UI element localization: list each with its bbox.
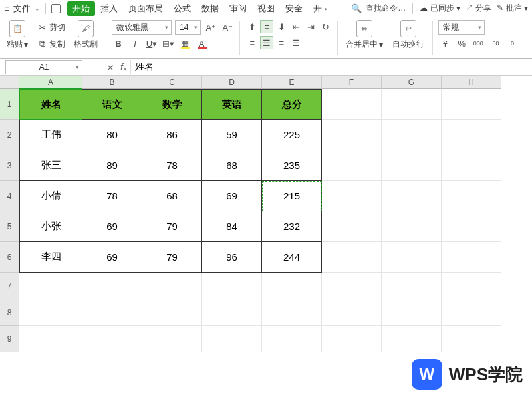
cell[interactable]: [382, 273, 442, 299]
orientation-button[interactable]: ↻: [319, 20, 332, 33]
cell[interactable]: 78: [82, 181, 142, 211]
align-bottom-button[interactable]: ⬇: [275, 20, 288, 33]
cell[interactable]: [322, 242, 382, 273]
cell[interactable]: 79: [142, 242, 202, 273]
cell[interactable]: [202, 273, 262, 299]
decrease-decimal-button[interactable]: .0: [505, 37, 518, 50]
font-name-select[interactable]: 微软雅黑: [112, 20, 172, 35]
cell[interactable]: [442, 273, 501, 299]
cell[interactable]: 69: [82, 242, 142, 273]
cell[interactable]: 232: [262, 211, 322, 242]
annotate-button[interactable]: ✎ 批注 ▾: [497, 3, 528, 14]
align-middle-button[interactable]: ≡: [260, 20, 273, 33]
cell[interactable]: 68: [142, 181, 202, 211]
file-menu[interactable]: 文件: [12, 3, 32, 15]
cell[interactable]: 李四: [19, 242, 82, 273]
cell[interactable]: [322, 89, 382, 120]
select-all-corner[interactable]: [0, 76, 19, 89]
cell[interactable]: 215: [262, 181, 322, 211]
cell[interactable]: [382, 120, 442, 150]
decrease-font-button[interactable]: A⁻: [221, 21, 234, 34]
cell[interactable]: 80: [82, 120, 142, 150]
font-size-select[interactable]: 14: [175, 20, 201, 35]
tab-页面布局[interactable]: 页面布局: [123, 1, 168, 16]
column-header-B[interactable]: B: [82, 76, 142, 89]
row-header[interactable]: 3: [0, 150, 19, 181]
cell[interactable]: [442, 326, 501, 352]
cell[interactable]: 84: [202, 211, 262, 242]
search-icon[interactable]: 🔍: [351, 3, 362, 13]
sync-status[interactable]: ☁ 已同步 ▾: [420, 3, 460, 14]
cell[interactable]: [262, 273, 322, 299]
italic-button[interactable]: I: [128, 37, 142, 50]
cell[interactable]: 小张: [19, 211, 82, 242]
row-header[interactable]: 9: [0, 326, 19, 352]
cell[interactable]: [382, 150, 442, 181]
paste-button[interactable]: 📋 粘贴▾: [4, 20, 31, 50]
column-header-A[interactable]: A: [19, 76, 82, 89]
cut-button[interactable]: ✂剪切: [35, 20, 67, 35]
cell[interactable]: [322, 120, 382, 150]
cell[interactable]: 总分: [262, 89, 322, 120]
cell[interactable]: 姓名: [19, 89, 82, 120]
cancel-icon[interactable]: ⨯: [104, 62, 117, 72]
align-right-button[interactable]: ≡: [275, 36, 288, 49]
name-box[interactable]: A1: [5, 60, 82, 74]
cell[interactable]: [442, 299, 501, 326]
cell[interactable]: [382, 181, 442, 211]
row-header[interactable]: 2: [0, 120, 19, 150]
percent-button[interactable]: %: [455, 37, 468, 50]
row-header[interactable]: 5: [0, 211, 19, 242]
cell[interactable]: [19, 299, 82, 326]
tab-开始[interactable]: 开始: [67, 1, 95, 16]
cell[interactable]: 语文: [82, 89, 142, 120]
cell[interactable]: 244: [262, 242, 322, 273]
column-header-E[interactable]: E: [262, 76, 322, 89]
cell[interactable]: [142, 299, 202, 326]
column-header-H[interactable]: H: [442, 76, 501, 89]
cell[interactable]: [442, 150, 501, 181]
cell[interactable]: [322, 150, 382, 181]
cell[interactable]: 张三: [19, 150, 82, 181]
cell[interactable]: [19, 326, 82, 352]
fx-icon[interactable]: fₓ: [117, 62, 130, 72]
cell[interactable]: [322, 181, 382, 211]
column-header-G[interactable]: G: [382, 76, 442, 89]
tab-安全[interactable]: 安全: [280, 1, 308, 16]
tab-数据[interactable]: 数据: [196, 1, 224, 16]
thousand-sep-button[interactable]: 000: [471, 37, 485, 50]
align-left-button[interactable]: ≡: [245, 36, 259, 49]
increase-font-button[interactable]: A⁺: [204, 21, 217, 34]
cell[interactable]: [382, 211, 442, 242]
cell[interactable]: 86: [142, 120, 202, 150]
share-button[interactable]: ↗ 分享: [466, 3, 491, 14]
align-top-button[interactable]: ⬆: [245, 20, 259, 33]
cell[interactable]: [82, 299, 142, 326]
column-header-D[interactable]: D: [202, 76, 262, 89]
cell[interactable]: [322, 273, 382, 299]
row-header[interactable]: 4: [0, 181, 19, 211]
cell[interactable]: [382, 326, 442, 352]
search-placeholder[interactable]: 查找命令…: [366, 3, 406, 14]
cell[interactable]: 79: [142, 211, 202, 242]
cell[interactable]: [442, 89, 501, 120]
currency-button[interactable]: ¥: [438, 37, 452, 50]
cell[interactable]: [382, 89, 442, 120]
cell[interactable]: 59: [202, 120, 262, 150]
cell[interactable]: 69: [202, 181, 262, 211]
cell[interactable]: 225: [262, 120, 322, 150]
font-color-button[interactable]: A: [195, 37, 208, 50]
number-format-select[interactable]: 常规: [438, 20, 485, 35]
cell[interactable]: [382, 242, 442, 273]
copy-button[interactable]: ⧉复制: [35, 37, 67, 51]
border-button[interactable]: ⊞▾: [162, 37, 175, 50]
cell[interactable]: [442, 211, 501, 242]
save-icon[interactable]: [51, 4, 61, 13]
format-painter-button[interactable]: 🖌 格式刷: [71, 20, 100, 50]
cell[interactable]: [382, 299, 442, 326]
cell[interactable]: [142, 273, 202, 299]
cell[interactable]: 78: [142, 150, 202, 181]
cell[interactable]: [82, 273, 142, 299]
cell[interactable]: [202, 326, 262, 352]
cell[interactable]: 68: [202, 150, 262, 181]
